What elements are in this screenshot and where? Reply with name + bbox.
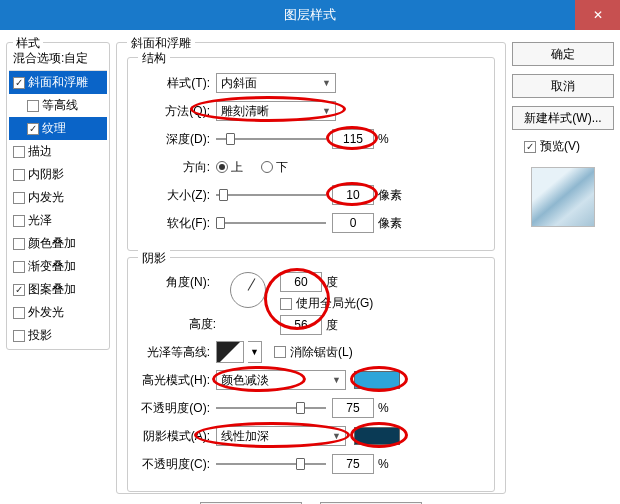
- shading-fieldset: 阴影 角度(N): 60 度 使用全局光(G): [127, 257, 495, 492]
- window-title: 图层样式: [284, 6, 336, 24]
- direction-down-radio[interactable]: [261, 161, 273, 173]
- styles-group: 样式 混合选项:自定 ✓斜面和浮雕等高线✓纹理描边内阴影内发光光泽颜色叠加渐变叠…: [6, 42, 110, 350]
- chevron-down-icon: ▼: [322, 106, 331, 116]
- style-item-label: 颜色叠加: [28, 235, 76, 252]
- ok-button[interactable]: 确定: [512, 42, 614, 66]
- style-item-3[interactable]: 描边: [9, 140, 107, 163]
- highlight-mode-select[interactable]: 颜色减淡▼: [216, 370, 346, 390]
- shadow-opacity-input[interactable]: 75: [332, 454, 374, 474]
- style-item-9[interactable]: ✓图案叠加: [9, 278, 107, 301]
- preview-thumbnail: [531, 167, 595, 227]
- style-item-label: 纹理: [42, 120, 66, 137]
- style-item-4[interactable]: 内阴影: [9, 163, 107, 186]
- soften-input[interactable]: 0: [332, 213, 374, 233]
- style-item-label: 描边: [28, 143, 52, 160]
- style-checkbox[interactable]: [13, 261, 25, 273]
- antialias-checkbox[interactable]: [274, 346, 286, 358]
- highlight-opacity-slider[interactable]: [216, 399, 326, 417]
- style-item-label: 图案叠加: [28, 281, 76, 298]
- style-item-10[interactable]: 外发光: [9, 301, 107, 324]
- style-item-2[interactable]: ✓纹理: [9, 117, 107, 140]
- angle-dial[interactable]: [230, 272, 266, 308]
- preview-checkbox[interactable]: ✓: [524, 141, 536, 153]
- style-item-label: 内阴影: [28, 166, 64, 183]
- style-item-8[interactable]: 渐变叠加: [9, 255, 107, 278]
- depth-slider[interactable]: [216, 130, 326, 148]
- soften-slider[interactable]: [216, 214, 326, 232]
- titlebar: 图层样式 ✕: [0, 0, 620, 30]
- bevel-fieldset: 斜面和浮雕 结构 样式(T): 内斜面▼ 方法(Q): 雕刻清晰▼: [116, 42, 506, 494]
- altitude-label: 高度:: [144, 316, 216, 333]
- highlight-color-swatch[interactable]: [354, 371, 400, 389]
- size-label: 大小(Z):: [138, 187, 210, 204]
- technique-select[interactable]: 雕刻清晰▼: [216, 101, 336, 121]
- close-icon: ✕: [593, 8, 603, 22]
- shadow-opacity-slider[interactable]: [216, 455, 326, 473]
- gloss-label: 光泽等高线:: [138, 344, 210, 361]
- direction-up-radio[interactable]: [216, 161, 228, 173]
- style-checkbox[interactable]: [13, 307, 25, 319]
- angle-label: 角度(N):: [138, 272, 210, 291]
- style-item-11[interactable]: 投影: [9, 324, 107, 347]
- style-item-label: 斜面和浮雕: [28, 74, 88, 91]
- style-item-label: 光泽: [28, 212, 52, 229]
- style-item-label: 等高线: [42, 97, 78, 114]
- technique-label: 方法(Q):: [138, 103, 210, 120]
- chevron-down-icon: ▼: [332, 431, 341, 441]
- highlight-mode-label: 高光模式(H):: [138, 372, 210, 389]
- new-style-button[interactable]: 新建样式(W)...: [512, 106, 614, 130]
- style-checkbox[interactable]: [13, 146, 25, 158]
- gloss-contour-picker[interactable]: [216, 341, 244, 363]
- shadow-mode-select[interactable]: 线性加深▼: [216, 426, 346, 446]
- style-item-label: 投影: [28, 327, 52, 344]
- preview-label: 预览(V): [540, 138, 580, 155]
- style-checkbox[interactable]: [27, 100, 39, 112]
- style-checkbox[interactable]: ✓: [27, 123, 39, 135]
- shadow-opacity-label: 不透明度(C):: [138, 456, 210, 473]
- highlight-opacity-label: 不透明度(O):: [138, 400, 210, 417]
- styles-list: 混合选项:自定 ✓斜面和浮雕等高线✓纹理描边内阴影内发光光泽颜色叠加渐变叠加✓图…: [9, 47, 107, 347]
- style-label: 样式(T):: [138, 75, 210, 92]
- direction-label: 方向:: [138, 159, 210, 176]
- style-item-label: 渐变叠加: [28, 258, 76, 275]
- style-item-6[interactable]: 光泽: [9, 209, 107, 232]
- altitude-input[interactable]: 56: [280, 315, 322, 335]
- style-select[interactable]: 内斜面▼: [216, 73, 336, 93]
- style-checkbox[interactable]: ✓: [13, 284, 25, 296]
- shading-legend: 阴影: [138, 250, 170, 267]
- style-item-5[interactable]: 内发光: [9, 186, 107, 209]
- size-input[interactable]: 10: [332, 185, 374, 205]
- chevron-down-icon: ▼: [322, 78, 331, 88]
- cancel-button[interactable]: 取消: [512, 74, 614, 98]
- style-item-1[interactable]: 等高线: [9, 94, 107, 117]
- structure-fieldset: 结构 样式(T): 内斜面▼ 方法(Q): 雕刻清晰▼ 深度(D):: [127, 57, 495, 251]
- close-button[interactable]: ✕: [575, 0, 620, 30]
- style-checkbox[interactable]: [13, 169, 25, 181]
- shadow-mode-label: 阴影模式(A):: [138, 428, 210, 445]
- style-checkbox[interactable]: [13, 215, 25, 227]
- structure-legend: 结构: [138, 50, 170, 67]
- style-checkbox[interactable]: [13, 330, 25, 342]
- style-item-label: 外发光: [28, 304, 64, 321]
- style-checkbox[interactable]: [13, 192, 25, 204]
- chevron-down-icon: ▼: [332, 375, 341, 385]
- style-item-7[interactable]: 颜色叠加: [9, 232, 107, 255]
- gloss-contour-arrow[interactable]: ▼: [248, 341, 262, 363]
- style-item-0[interactable]: ✓斜面和浮雕: [9, 71, 107, 94]
- shadow-color-swatch[interactable]: [354, 427, 400, 445]
- depth-input[interactable]: 115: [332, 129, 374, 149]
- soften-label: 软化(F):: [138, 215, 210, 232]
- style-checkbox[interactable]: [13, 238, 25, 250]
- style-item-label: 内发光: [28, 189, 64, 206]
- style-checkbox[interactable]: ✓: [13, 77, 25, 89]
- size-slider[interactable]: [216, 186, 326, 204]
- highlight-opacity-input[interactable]: 75: [332, 398, 374, 418]
- angle-input[interactable]: 60: [280, 272, 322, 292]
- depth-label: 深度(D):: [138, 131, 210, 148]
- global-light-checkbox[interactable]: [280, 298, 292, 310]
- styles-group-label: 样式: [13, 35, 43, 52]
